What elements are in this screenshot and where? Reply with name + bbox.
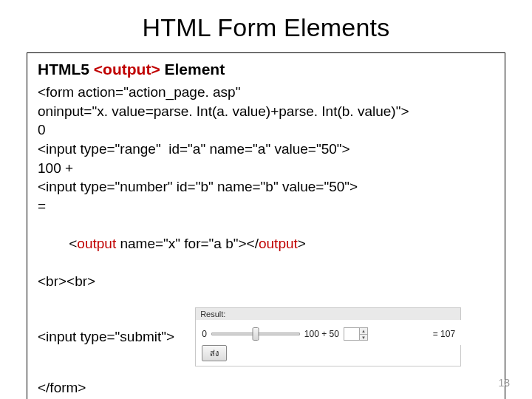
demo-mid-text: 100 + 50 bbox=[304, 329, 339, 339]
code-line-7: = bbox=[38, 197, 494, 216]
code-l8c: name="x" for="a b"></ bbox=[116, 236, 259, 251]
submit-button[interactable]: ส่ง bbox=[202, 345, 227, 361]
submit-code-line: <input type="submit"> bbox=[38, 329, 174, 345]
code-block: <form action="action_page. asp" oninput=… bbox=[38, 83, 494, 291]
code-l8e: > bbox=[298, 236, 306, 251]
section-suffix: Element bbox=[160, 61, 225, 78]
number-input[interactable]: ▲ ▼ bbox=[344, 327, 368, 341]
range-slider[interactable] bbox=[211, 332, 300, 335]
code-line-2: oninput="x. value=parse. Int(a. value)+p… bbox=[38, 102, 494, 121]
code-line-5: 100 + bbox=[38, 159, 494, 178]
code-l8b-output: output bbox=[77, 236, 116, 251]
demo-body: 0 100 + 50 ▲ ▼ = 107 bbox=[195, 320, 461, 345]
slide-title: HTML Form Elements bbox=[27, 13, 505, 42]
section-prefix: HTML5 bbox=[38, 61, 94, 78]
section-heading: HTML5 <output> Element bbox=[38, 61, 494, 78]
slider-thumb-icon[interactable] bbox=[252, 327, 259, 341]
demo-left-value: 0 bbox=[202, 329, 207, 339]
section-tag: <output> bbox=[94, 61, 160, 78]
code-line-4: <input type="range" id="a" name="a" valu… bbox=[38, 140, 494, 159]
number-spinner[interactable]: ▲ ▼ bbox=[359, 328, 367, 340]
code-close-form: </form> bbox=[38, 380, 494, 396]
submit-row: <input type="submit"> Result: 0 100 + 50… bbox=[38, 307, 494, 366]
demo-result: = 107 bbox=[433, 329, 455, 339]
spin-up-icon[interactable]: ▲ bbox=[360, 328, 367, 334]
page-number: 13 bbox=[498, 377, 510, 389]
demo-submit-row: ส่ง bbox=[195, 345, 461, 366]
code-l8a: < bbox=[69, 236, 77, 251]
code-line-1: <form action="action_page. asp" bbox=[38, 83, 494, 102]
code-l8d-output: output bbox=[259, 236, 298, 251]
code-line-6: <input type="number" id="b" name="b" val… bbox=[38, 177, 494, 197]
content-box: HTML5 <output> Element <form action="act… bbox=[27, 52, 505, 399]
code-line-9: <br><br> bbox=[38, 272, 494, 291]
code-line-3: 0 bbox=[38, 120, 494, 140]
code-line-8: <output name="x" for="a b"></output> bbox=[38, 215, 494, 272]
demo-widget: Result: 0 100 + 50 ▲ ▼ = 107 bbox=[195, 307, 461, 366]
spin-down-icon[interactable]: ▼ bbox=[360, 334, 367, 340]
demo-header: Result: bbox=[195, 307, 461, 320]
